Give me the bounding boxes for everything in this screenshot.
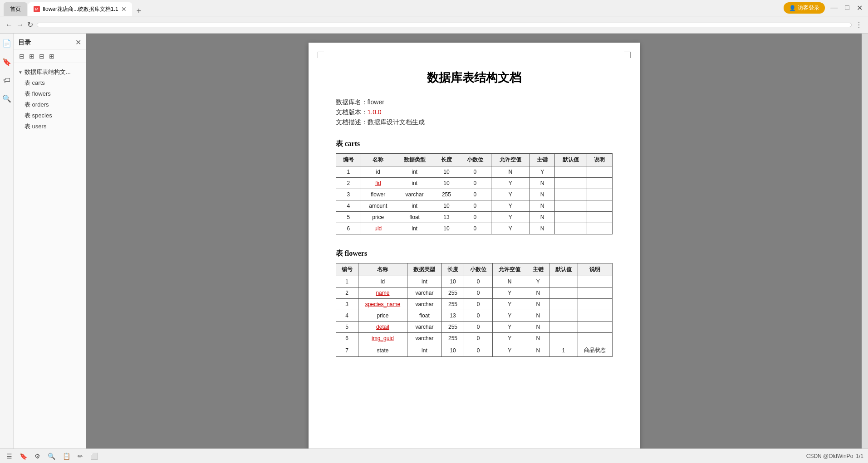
db-name-value: flower [368,98,384,106]
sidebar-tree: ▼ 数据库表结构文... 表 carts 表 flowers 表 orders … [14,63,86,448]
new-tab-button[interactable]: + [133,6,145,16]
window-controls: — □ ✕ [829,4,864,12]
col-name: 名称 [358,263,407,276]
tool-btn-2[interactable]: 🔖 [18,452,29,461]
maximize-button[interactable]: □ [843,4,851,12]
table-header-row: 编号 名称 数据类型 长度 小数位 允许空值 主键 默认值 说明 [336,154,612,166]
sidebar-title: 目录 [18,39,31,47]
back-button[interactable]: ← [5,21,13,29]
tree-parent-item[interactable]: ▼ 数据库表结构文... [14,67,86,78]
tab-active[interactable]: M flower花店商...统数据库文档1.1 ✕ [28,2,132,16]
sidebar-item-orders[interactable]: 表 orders [14,99,86,110]
tool-btn-3[interactable]: ⚙ [33,452,42,461]
version-value: 1.0.0 [368,108,382,116]
table-section-carts: 表 carts 编号 名称 数据类型 长度 小数位 允许空值 主键 默认值 说明 [336,139,613,234]
login-label: 访客登录 [798,4,819,12]
col-note: 说明 [587,154,612,166]
tool-btn-4[interactable]: 🔍 [46,452,57,461]
col-len: 长度 [441,263,464,276]
table-row: 7 state int 10 0 Y N 1 商品状态 [336,344,612,357]
tag-icon[interactable]: 🏷 [1,74,12,86]
sidebar-icon-4[interactable]: ⊞ [48,52,55,61]
db-name-line: 数据库名：flower [336,98,613,107]
forward-button[interactable]: → [16,21,24,29]
table-row: 5 price float 13 0 Y N [336,212,612,223]
sidebar-toolbar: ⊟ ⊞ ⊟ ⊞ [14,50,86,63]
table-row: 3 flower varchar 255 0 Y N [336,189,612,200]
sidebar-item-flowers[interactable]: 表 flowers [14,88,86,99]
col-num: 编号 [336,154,361,166]
version-line: 文档版本：1.0.0 [336,108,613,117]
doc-meta: 数据库名：flower 文档版本：1.0.0 文档描述：数据库设计文档生成 [336,98,613,127]
sidebar-header: 目录 ✕ [14,34,86,50]
tab-home[interactable]: 首页 [4,2,27,16]
sidebar-item-carts[interactable]: 表 carts [14,78,86,88]
tree-parent-label: 数据库表结构文... [25,68,71,76]
doc-title: 数据库表结构文档 [336,70,613,86]
col-num: 编号 [336,263,358,276]
col-nullable: 允许空值 [492,263,527,276]
col-note: 说明 [578,263,612,276]
tool-btn-1[interactable]: ☰ [5,452,14,461]
tool-btn-5[interactable]: 📋 [61,452,72,461]
left-icon-panel: 📄 🔖 🏷 🔍 [0,34,14,448]
home-tab-label: 首页 [10,5,21,13]
table-row: 1 id int 10 0 N Y [336,166,612,178]
tab-label: flower花店商...统数据库文档1.1 [43,5,118,13]
login-button[interactable]: 👤 访客登录 [784,2,825,14]
csdn-label: CSDN @OldWinPo [806,453,853,459]
col-default: 默认值 [555,154,587,166]
sidebar-icon-1[interactable]: ⊟ [18,52,25,61]
table-heading-carts: 表 carts [336,139,613,149]
bottom-right-info: CSDN @OldWinPo 1/1 [806,453,863,459]
sidebar-item-users[interactable]: 表 users [14,121,86,132]
table-row: 6 uid int 10 0 Y N [336,223,612,234]
sidebar-icon-3[interactable]: ⊟ [38,52,45,61]
tool-btn-6[interactable]: ✏ [76,452,85,461]
address-bar-row: ← → ↻ ⋮ [0,16,868,34]
tree-arrow-icon: ▼ [18,70,23,75]
corner-tr [624,52,631,58]
sidebar-item-carts-label: 表 carts [25,79,45,86]
table-row: 5 detail varchar 255 0 Y N [336,322,612,333]
table-row: 4 amount int 10 0 Y N [336,200,612,212]
bookmark-icon[interactable]: 🔖 [0,56,13,68]
doc-icon[interactable]: 📄 [0,37,13,49]
corner-tl [318,52,324,58]
search-icon[interactable]: 🔍 [0,93,13,105]
col-type: 数据类型 [407,263,442,276]
browser-tab-bar: 首页 M flower花店商...统数据库文档1.1 ✕ + 👤 访客登录 — … [0,0,868,16]
tool-btn-7[interactable]: ⬜ [88,452,100,461]
col-len: 长度 [434,154,459,166]
pdf-page: 数据库表结构文档 数据库名：flower 文档版本：1.0.0 文档描述：数据库… [309,43,640,448]
page-info: 1/1 [856,453,863,459]
sidebar-item-orders-label: 表 orders [25,101,49,108]
refresh-button[interactable]: ↻ [27,20,33,29]
col-name: 名称 [361,154,395,166]
table-row: 1 id int 10 0 N Y [336,276,612,288]
tab-strip: 首页 M flower花店商...统数据库文档1.1 ✕ + [4,0,145,16]
login-icon: 👤 [789,5,796,11]
minimize-button[interactable]: — [829,4,839,12]
table-carts: 编号 名称 数据类型 长度 小数位 允许空值 主键 默认值 说明 [336,153,613,234]
pdf-viewer[interactable]: 数据库表结构文档 数据库名：flower 文档版本：1.0.0 文档描述：数据库… [86,34,862,448]
menu-button[interactable]: ⋮ [855,20,863,29]
col-dec: 小数位 [459,154,491,166]
col-dec: 小数位 [464,263,493,276]
sidebar-close-button[interactable]: ✕ [75,38,81,47]
tab-close-button[interactable]: ✕ [121,5,127,13]
table-row: 2 fid int 10 0 Y N [336,178,612,189]
col-nullable: 允许空值 [491,154,530,166]
col-default: 默认值 [549,263,578,276]
sidebar-icon-2[interactable]: ⊞ [28,52,35,61]
address-bar[interactable] [37,23,852,27]
sidebar-item-users-label: 表 users [25,123,46,130]
sidebar-item-species-label: 表 species [25,112,52,119]
desc-line: 文档描述：数据库设计文档生成 [336,118,613,127]
right-scrollbar[interactable] [862,34,868,448]
sidebar-item-species[interactable]: 表 species [14,110,86,121]
table-row: 6 img_guid varchar 255 0 Y N [336,333,612,344]
close-button[interactable]: ✕ [855,4,864,12]
bottom-toolbar: ☰ 🔖 ⚙ 🔍 📋 ✏ ⬜ [5,452,100,461]
db-name-label: 数据库名： [336,98,368,106]
